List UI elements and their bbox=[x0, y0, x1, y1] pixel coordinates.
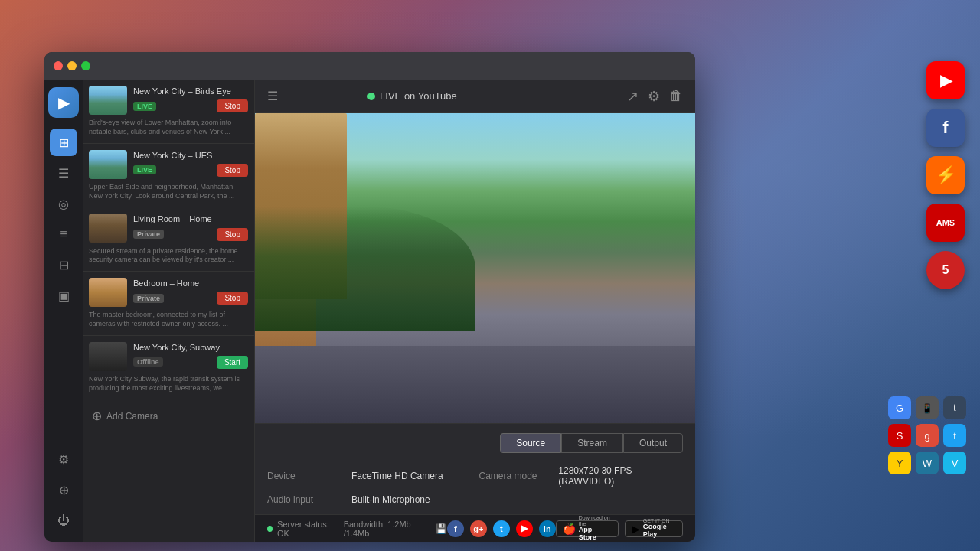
camera-status-badge: LIVE bbox=[133, 165, 156, 174]
sidebar-item-power[interactable]: ⏻ bbox=[50, 507, 77, 534]
source-info-panel: Device FaceTime HD Camera Camera mode 12… bbox=[267, 465, 683, 505]
video-preview bbox=[255, 113, 695, 423]
camera-description: Secured stream of a private residence, t… bbox=[89, 247, 248, 265]
app-store-badge[interactable]: 🍎 Download on the App Store bbox=[556, 520, 619, 537]
camera-thumbnail bbox=[89, 86, 127, 115]
camera-item-bedroom[interactable]: Bedroom – Home Private Stop The master b… bbox=[83, 272, 254, 336]
bandwidth-text: Bandwidth: 1.2Mb /1.4Mb bbox=[344, 520, 428, 538]
gplus-app-icon[interactable]: g bbox=[916, 424, 939, 447]
twitter-small-icon[interactable]: t bbox=[943, 424, 966, 447]
camera-mode-row: Camera mode 980x551 30 FPS (RAWVIDEO) bbox=[479, 465, 684, 487]
thunder-app-icon[interactable]: ⚡ bbox=[926, 156, 965, 194]
app-content: ▶ ⊞ ☰ ◎ ≡ ⊟ ▣ ⚙ ⊕ bbox=[44, 80, 695, 542]
camera-thumbnail bbox=[89, 214, 127, 243]
camera-description: New York City Subway, the rapid transit … bbox=[89, 375, 248, 393]
youtube-app-icon[interactable]: ▶ bbox=[926, 61, 965, 99]
share-icon[interactable]: ↗ bbox=[627, 88, 639, 105]
wordpress-app-icon[interactable]: W bbox=[916, 452, 939, 474]
sidebar-item-grid[interactable]: ⊟ bbox=[50, 251, 77, 279]
device-value: FaceTime HD Camera bbox=[351, 471, 443, 481]
google-app-icon[interactable]: G bbox=[888, 396, 911, 419]
camera-thumbnail bbox=[89, 278, 127, 307]
video-stream bbox=[255, 113, 695, 423]
camera-item-subway[interactable]: New York City, Subway Offline Start New … bbox=[83, 336, 254, 400]
google-play-badge[interactable]: ▶ GET IT ON Google Play bbox=[625, 520, 683, 537]
tab-output[interactable]: Output bbox=[623, 433, 683, 453]
menu-icon[interactable]: ☰ bbox=[267, 89, 278, 103]
main-content: ☰ LIVE on YouTube ↗ ⚙ 🗑 bbox=[255, 80, 695, 542]
app-store-small-text: Download on the bbox=[579, 515, 612, 527]
maximize-button[interactable] bbox=[81, 61, 90, 70]
sidebar-item-list[interactable]: ≡ bbox=[50, 220, 77, 248]
camera-item-ues[interactable]: New York City – UES LIVE Stop Upper East… bbox=[83, 144, 254, 208]
sidebar-item-layers[interactable]: ☰ bbox=[50, 159, 77, 187]
sidebar-item-settings[interactable]: ⚙ bbox=[50, 445, 77, 473]
traffic-lights bbox=[54, 61, 90, 70]
facebook-app-icon[interactable]: f bbox=[926, 109, 965, 147]
stumble-app-icon[interactable]: S bbox=[888, 424, 911, 447]
camera-item-birds-eye[interactable]: New York City – Birds Eye LIVE Stop Bird… bbox=[83, 80, 254, 144]
camera-status-badge: Offline bbox=[133, 357, 163, 367]
bottom-right-dock: G 📱 t S g t Y W V bbox=[888, 396, 966, 474]
youtube-social-icon[interactable]: ▶ bbox=[516, 520, 533, 537]
tab-source[interactable]: Source bbox=[500, 433, 561, 453]
phone-app-icon[interactable]: 📱 bbox=[916, 396, 939, 419]
right-dock: ▶ f ⚡ AMS 5 bbox=[926, 61, 965, 289]
camera-description: Bird's-eye view of Lower Manhattan, zoom… bbox=[89, 119, 248, 136]
camera-name: Living Room – Home bbox=[133, 214, 248, 224]
live-indicator: LIVE on YouTube bbox=[368, 90, 457, 102]
settings-icon[interactable]: ⚙ bbox=[648, 88, 660, 105]
add-camera-label: Add Camera bbox=[106, 411, 158, 422]
live-status-text: LIVE on YouTube bbox=[380, 90, 457, 102]
camera-name: New York City, Subway bbox=[133, 342, 248, 353]
tab-stream[interactable]: Stream bbox=[561, 433, 623, 453]
yahoo-app-icon[interactable]: Y bbox=[888, 452, 911, 474]
camera-name: New York City – UES bbox=[133, 150, 248, 161]
camera-stop-button[interactable]: Stop bbox=[217, 99, 248, 112]
camera-mode-label: Camera mode bbox=[479, 471, 559, 481]
server-status-dot bbox=[267, 526, 273, 532]
s5-app-icon[interactable]: 5 bbox=[926, 251, 965, 289]
bottom-panel: Source Stream Output Device FaceTime HD … bbox=[255, 423, 695, 514]
linkedin-social-icon[interactable]: in bbox=[539, 520, 556, 537]
camera-thumbnail bbox=[89, 342, 127, 371]
add-camera-button[interactable]: ⊕ Add Camera bbox=[83, 399, 254, 432]
device-label: Device bbox=[267, 471, 351, 481]
delete-icon[interactable]: 🗑 bbox=[669, 88, 683, 104]
audio-input-row: Audio input Built-in Microphone bbox=[267, 494, 472, 505]
camera-thumbnail bbox=[89, 150, 127, 179]
audio-input-label: Audio input bbox=[267, 494, 351, 505]
camera-stop-button[interactable]: Stop bbox=[217, 164, 248, 177]
sidebar-item-video[interactable]: ▣ bbox=[50, 282, 77, 309]
tumblr-app-icon[interactable]: t bbox=[943, 396, 966, 419]
google-play-name: Google Play bbox=[643, 523, 676, 539]
sidebar-item-cameras[interactable]: ⊞ bbox=[50, 129, 77, 156]
sidebar-item-add[interactable]: ⊕ bbox=[50, 476, 77, 504]
camera-start-button[interactable]: Start bbox=[217, 356, 248, 369]
minimize-button[interactable] bbox=[67, 61, 77, 70]
app-logo[interactable]: ▶ bbox=[48, 87, 79, 118]
audio-input-value: Built-in Microphone bbox=[351, 494, 430, 505]
camera-list: New York City – Birds Eye LIVE Stop Bird… bbox=[83, 80, 255, 542]
googleplus-social-icon[interactable]: g+ bbox=[470, 520, 487, 537]
ams-app-icon[interactable]: AMS bbox=[926, 204, 965, 242]
trees-overlay bbox=[255, 207, 475, 331]
camera-description: The master bedroom, connected to my list… bbox=[89, 311, 248, 328]
vimeo-app-icon[interactable]: V bbox=[943, 452, 966, 474]
close-button[interactable] bbox=[54, 61, 63, 70]
facebook-social-icon[interactable]: f bbox=[447, 520, 464, 537]
camera-name: Bedroom – Home bbox=[133, 278, 248, 289]
live-status-dot bbox=[368, 93, 375, 100]
sidebar-item-location[interactable]: ◎ bbox=[50, 190, 77, 217]
camera-item-living-room[interactable]: Living Room – Home Private Stop Secured … bbox=[83, 207, 254, 272]
camera-status-badge: LIVE bbox=[133, 102, 156, 111]
twitter-social-icon[interactable]: t bbox=[493, 520, 510, 537]
server-status-text: Server status: OK bbox=[277, 520, 336, 538]
camera-status-badge: Private bbox=[133, 230, 164, 239]
street-overlay bbox=[255, 346, 695, 423]
camera-description: Upper East Side and neighborhood, Manhat… bbox=[89, 183, 248, 201]
camera-stop-button[interactable]: Stop bbox=[217, 292, 248, 305]
camera-stop-button[interactable]: Stop bbox=[217, 228, 248, 241]
sidebar: ▶ ⊞ ☰ ◎ ≡ ⊟ ▣ ⚙ ⊕ bbox=[44, 80, 83, 542]
add-camera-icon: ⊕ bbox=[92, 409, 102, 423]
